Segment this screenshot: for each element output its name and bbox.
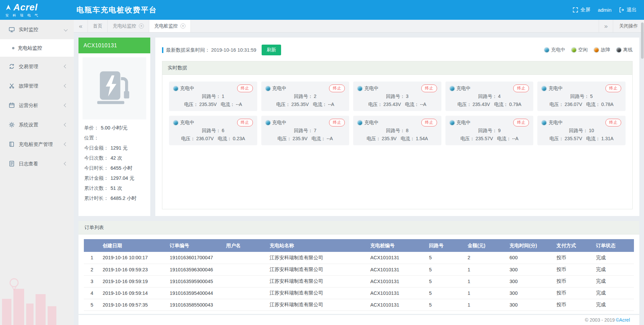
voltage-label: 电压： <box>461 136 475 141</box>
stop-button[interactable]: 终止 <box>329 119 345 126</box>
refresh-button[interactable]: 刷新 <box>262 45 281 55</box>
sidebar-item-system-settings[interactable]: 系统设置 <box>0 115 74 134</box>
scrollbar-thumb[interactable] <box>641 22 644 59</box>
stop-button[interactable]: 终止 <box>421 119 437 126</box>
cell-station-name: 江苏安科瑞制造有限公司 <box>267 252 368 264</box>
close-operations-button[interactable]: 关闭操作 <box>613 20 644 32</box>
charging-status-dot <box>266 120 270 125</box>
logout-button[interactable]: 退出 <box>619 7 637 13</box>
current-value: --A <box>328 102 334 107</box>
stat-label: 累计金额： <box>84 175 109 181</box>
sidebar-item-faults[interactable]: 故障管理 <box>0 76 74 96</box>
voltage-value: 235.35V <box>199 102 217 107</box>
copyright: © 2003 - 2019 ©Acrel <box>78 315 639 325</box>
cell-created: 2019-10-16 09:59:14 <box>100 287 167 299</box>
orders-panel: 订单列表 创建日期订单编号用户名充电站名称充电桩编号回路号金额(元)充电时间(分… <box>78 221 639 314</box>
scrollbar[interactable] <box>641 20 644 325</box>
brand-logo: Acrel 安 科 瑞 电 气 <box>0 2 74 18</box>
station-id: ACX1010131 <box>78 38 150 53</box>
circuit-label: 回路号： <box>294 128 313 133</box>
acrel-link[interactable]: ©Acrel <box>616 317 630 323</box>
circuit-label: 回路号： <box>386 94 405 99</box>
channel-status-label: 充电中 <box>457 86 471 92</box>
stop-button[interactable]: 终止 <box>237 119 253 126</box>
channel-status: 充电中 <box>542 86 562 92</box>
circuit-line: 回路号：5 <box>542 93 621 100</box>
voltage-current-line: 电压：236.07V电流：0.23A <box>173 135 253 143</box>
voltage-label: 电压： <box>184 102 198 107</box>
charging-status-dot <box>450 120 454 125</box>
cell-pile-no: ACX1010131 <box>368 275 426 287</box>
column-header: 充电时间(分) <box>507 239 554 252</box>
sidebar-item-pile-assets[interactable]: 充电桩资产管理 <box>0 134 74 154</box>
tabs-scroll-left-button[interactable]: « <box>74 20 88 32</box>
table-row: 5 2019-10-16 09:57:35 1910163585500043 江… <box>84 299 634 311</box>
stop-button[interactable]: 终止 <box>605 119 621 126</box>
stop-button[interactable]: 终止 <box>513 85 529 92</box>
cell-order-no: 1910163601700047 <box>167 252 223 264</box>
sidebar-item-transactions[interactable]: 交易管理 <box>0 57 74 76</box>
table-row: 2 2019-10-16 09:59:23 1910163596300046 江… <box>84 264 634 275</box>
circuit-line: 回路号：3 <box>358 93 437 100</box>
tab-home[interactable]: 首页 <box>88 20 108 32</box>
sidebar-subitem-label: 充电站监控 <box>18 45 42 51</box>
cell-circuit: 5 <box>426 252 465 264</box>
cell-minutes: 300 <box>507 299 554 311</box>
cell-amount: 1 <box>465 287 507 299</box>
sidebar-item-realtime-monitor[interactable]: 实时监控 <box>0 20 74 39</box>
station-stats: 单价：5.00 小时/元 位置： 今日金额：1291 元 <box>83 123 146 203</box>
cell-pay-method: 投币 <box>554 287 593 299</box>
realtime-section-title: 实时数据 <box>162 61 632 75</box>
tab-station-monitor[interactable]: 充电站监控 × <box>108 20 149 32</box>
close-icon[interactable]: × <box>180 23 185 29</box>
current-value: --A <box>236 102 242 107</box>
cell-status: 完成 <box>593 264 634 275</box>
user-menu[interactable]: admin <box>598 7 611 13</box>
status-dot <box>544 48 549 52</box>
channel-status: 充电中 <box>266 86 286 92</box>
stop-button[interactable]: 终止 <box>329 85 345 92</box>
current-value: 0.79A <box>509 102 522 107</box>
voltage-current-line: 电压：235.43V电流：--A <box>358 101 437 108</box>
tab-pile-monitor[interactable]: 充电桩监控 × <box>149 20 191 32</box>
circuit-line: 回路号：6 <box>173 127 253 134</box>
channel-card: 充电中 终止 回路号：3 <box>353 82 441 111</box>
circuit-value: 4 <box>498 94 501 99</box>
sidebar-item-label: 运营分析 <box>19 102 38 109</box>
circuit-value: 8 <box>406 128 409 133</box>
channel-status-label: 充电中 <box>364 120 378 126</box>
sidebar-subitem-station-monitor[interactable]: 充电站监控 <box>0 39 74 57</box>
cell-minutes: 300 <box>507 275 554 287</box>
stop-button[interactable]: 终止 <box>421 85 437 92</box>
cell-station-name: 江苏安科瑞制造有限公司 <box>267 299 368 311</box>
column-header: 订单状态 <box>593 239 634 252</box>
charging-status-dot <box>542 120 546 125</box>
stop-button[interactable]: 终止 <box>605 85 621 92</box>
stat-label: 今日次数： <box>84 155 109 161</box>
stop-button[interactable]: 终止 <box>237 85 253 92</box>
tabs-scroll-right-button[interactable]: » <box>599 20 613 32</box>
close-icon[interactable]: × <box>139 23 144 29</box>
fullscreen-button[interactable]: 全屏 <box>573 7 590 13</box>
sidebar-item-logs[interactable]: 日志查看 <box>0 154 74 173</box>
cell-created: 2019-10-16 09:59:23 <box>100 264 167 275</box>
chevron-left-icon <box>64 84 67 88</box>
stop-button[interactable]: 终止 <box>513 119 529 126</box>
circuit-value: 2 <box>314 94 316 99</box>
voltage-label: 电压： <box>549 136 564 141</box>
legend-label: 空闲 <box>578 47 588 53</box>
sidebar-item-label: 系统设置 <box>19 122 38 128</box>
stat-value: 6455 小时 <box>111 165 132 171</box>
cell-amount: 1 <box>465 299 507 311</box>
stat-value: 5.00 小时/元 <box>101 125 128 130</box>
cell-pile-no: ACX1010131 <box>368 287 426 299</box>
column-header-index <box>84 239 100 252</box>
gear-icon <box>9 122 15 128</box>
cell-username <box>223 264 267 275</box>
circuit-label: 回路号： <box>202 128 221 133</box>
realtime-data-section: 实时数据 充电中 <box>162 61 633 209</box>
sidebar-item-operation-analysis[interactable]: 运营分析 <box>0 96 74 115</box>
monitor-topbar: 最新数据采集时间： 2019-10-16 10:31:59 刷新 充电中 <box>162 44 633 56</box>
analysis-icon <box>9 102 15 108</box>
station-panel: ACX1010131 <box>78 38 150 216</box>
